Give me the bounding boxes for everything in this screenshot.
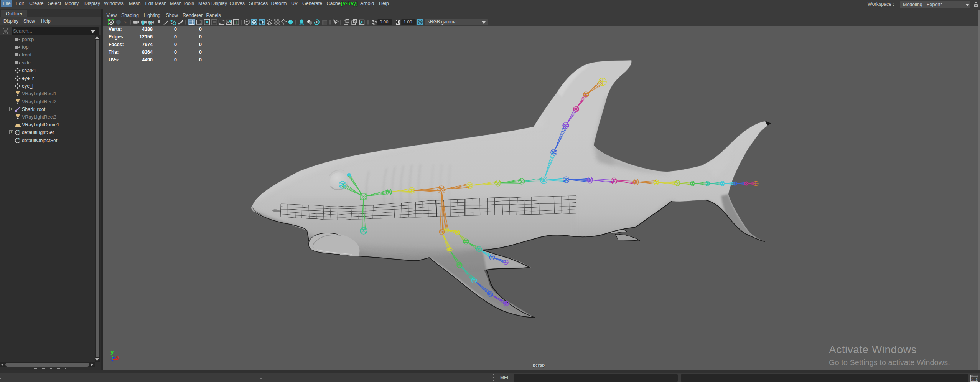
- svg-text:ON: ON: [418, 21, 422, 23]
- svg-text:T: T: [235, 20, 237, 25]
- svg-text:x: x: [116, 354, 119, 360]
- svg-text:{;}: {;}: [971, 378, 977, 382]
- svg-text:y: y: [110, 349, 114, 355]
